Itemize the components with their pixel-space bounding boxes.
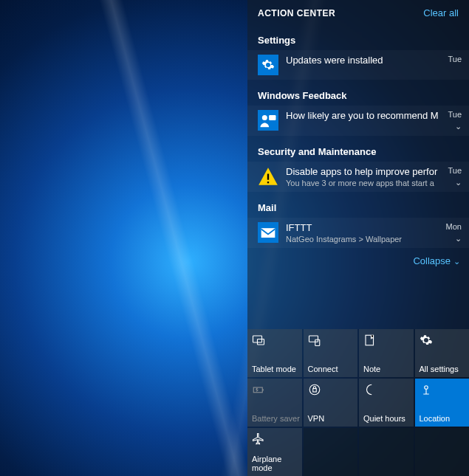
feedback-icon (258, 110, 278, 131)
svg-rect-9 (309, 336, 318, 342)
notification-title: How likely are you to recommend M (286, 110, 438, 121)
tile-empty (415, 428, 470, 476)
notification-group: Security and MaintenanceDisable apps to … (247, 137, 469, 193)
tile-label: Battery saver (252, 414, 300, 423)
tile-vpn[interactable]: VPN (304, 379, 358, 427)
tile-note[interactable]: Note (359, 329, 414, 377)
moon-icon (363, 383, 377, 396)
tile-label: Tablet mode (252, 365, 296, 373)
battery-icon (252, 383, 265, 396)
notification-meta: Mon⌄ (438, 222, 466, 244)
notification-groups: SettingsUpdates were installedTueWindows… (247, 26, 469, 249)
notification-item[interactable]: Disable apps to help improve perforYou h… (247, 162, 469, 192)
tile-label: Location (420, 414, 451, 423)
notification-subtitle: NatGeo Instagrams > Wallpaper (286, 235, 438, 244)
tile-label: Quiet hours (363, 414, 405, 423)
connect-icon (308, 334, 321, 347)
notification-title: IFTTT (286, 222, 438, 233)
tile-connect[interactable]: Connect (304, 329, 358, 377)
svg-rect-3 (267, 174, 269, 180)
notification-meta: Tue (438, 55, 466, 63)
notification-item[interactable]: IFTTTNatGeo Instagrams > WallpaperMon⌄ (247, 218, 469, 248)
notification-subtitle: You have 3 or more new apps that start a (286, 179, 438, 187)
svg-rect-0 (258, 110, 278, 131)
quick-action-tiles: Tablet modeConnectNoteAll settingsBatter… (247, 329, 469, 476)
svg-point-1 (262, 115, 267, 120)
notification-body: IFTTTNatGeo Instagrams > Wallpaper (286, 222, 438, 244)
clear-all-link[interactable]: Clear all (423, 7, 459, 18)
notification-title: Disable apps to help improve perfor (286, 166, 438, 177)
svg-rect-13 (262, 389, 264, 390)
svg-rect-2 (269, 115, 275, 120)
notification-time: Tue (448, 55, 462, 63)
tile-label: Note (363, 365, 380, 373)
note-icon (363, 334, 377, 347)
gear-icon (258, 55, 278, 75)
tile-label: Connect (308, 365, 338, 373)
warning-icon (258, 166, 278, 187)
svg-rect-8 (258, 339, 264, 345)
tile-empty (359, 428, 414, 476)
collapse-row: Collapse⌄ (247, 249, 469, 272)
svg-rect-15 (312, 389, 316, 393)
svg-point-16 (424, 386, 428, 390)
tile-airplane-mode[interactable]: Airplane mode (247, 428, 302, 476)
tile-label: All settings (420, 365, 459, 373)
mail-icon (258, 222, 278, 243)
notification-item[interactable]: How likely are you to recommend MTue⌄ (247, 106, 469, 136)
svg-rect-6 (261, 228, 275, 238)
group-title: Security and Maintenance (247, 142, 469, 162)
tablet-icon (252, 334, 265, 347)
svg-rect-4 (267, 182, 269, 183)
collapse-button[interactable]: Collapse⌄ (413, 255, 460, 266)
notification-group: SettingsUpdates were installedTue (247, 26, 469, 81)
notification-body: How likely are you to recommend M (286, 110, 438, 121)
chevron-down-icon[interactable]: ⌄ (438, 122, 462, 131)
notification-body: Updates were installed (286, 55, 438, 66)
group-title: Settings (247, 30, 469, 50)
chevron-down-icon[interactable]: ⌄ (438, 178, 462, 187)
action-center-panel: ACTION CENTER Clear all SettingsUpdates … (247, 0, 469, 476)
gear-icon (420, 334, 433, 347)
notification-group: Windows FeedbackHow likely are you to re… (247, 81, 469, 137)
notification-title: Updates were installed (286, 55, 438, 66)
panel-header: ACTION CENTER Clear all (247, 0, 469, 26)
notification-time: Tue (448, 110, 462, 119)
notification-meta: Tue⌄ (438, 110, 466, 131)
airplane-icon (252, 432, 265, 446)
notification-group: MailIFTTTNatGeo Instagrams > WallpaperMo… (247, 193, 469, 249)
collapse-label: Collapse (413, 255, 451, 266)
tile-tablet-mode[interactable]: Tablet mode (247, 329, 302, 377)
tile-label: Airplane mode (252, 455, 302, 472)
notification-meta: Tue⌄ (438, 166, 466, 187)
chevron-down-icon: ⌄ (453, 257, 460, 266)
notification-item[interactable]: Updates were installedTue (247, 50, 469, 80)
chevron-down-icon[interactable]: ⌄ (438, 234, 462, 244)
svg-rect-10 (315, 339, 319, 345)
tile-all-settings[interactable]: All settings (415, 329, 470, 377)
location-icon (420, 383, 433, 396)
tile-quiet-hours[interactable]: Quiet hours (359, 379, 414, 427)
group-title: Mail (247, 198, 469, 218)
notification-time: Tue (448, 166, 462, 175)
notification-time: Mon (446, 222, 462, 231)
group-title: Windows Feedback (247, 86, 469, 106)
tile-label: VPN (308, 414, 325, 423)
tile-empty (304, 428, 358, 476)
notification-body: Disable apps to help improve perforYou h… (286, 166, 438, 187)
panel-title: ACTION CENTER (258, 8, 335, 18)
tile-battery-saver: Battery saver (247, 379, 302, 427)
vpn-icon (308, 383, 321, 396)
tile-location[interactable]: Location (415, 379, 470, 427)
